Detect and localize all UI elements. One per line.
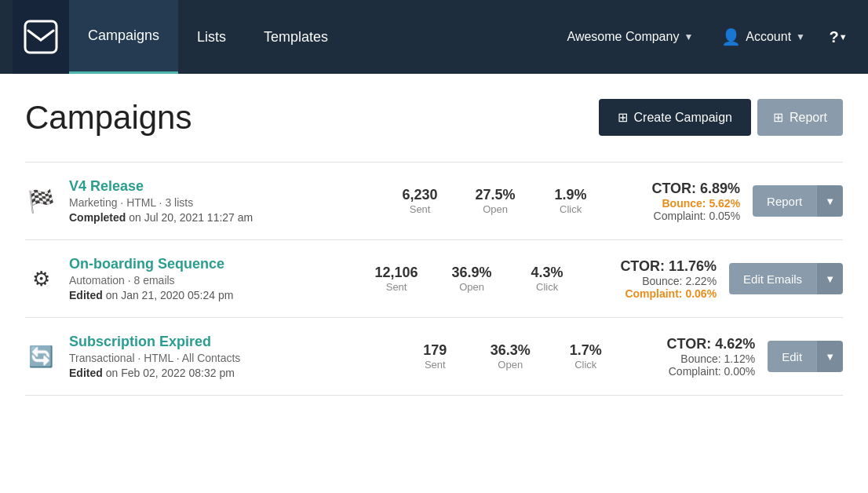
main-content: Campaigns ⊞ Create Campaign ⊞ Report 🏁 V… bbox=[0, 74, 868, 414]
header-actions: ⊞ Create Campaign ⊞ Report bbox=[599, 99, 843, 136]
campaign-name-1[interactable]: On-boarding Sequence bbox=[69, 256, 224, 272]
edit-emails-button-1[interactable]: Edit Emails bbox=[729, 263, 816, 294]
account-person-icon: 👤 bbox=[721, 27, 741, 46]
campaign-ctor-2: CTOR: 4.62% Bounce: 1.12% Complaint: 0.0… bbox=[629, 336, 755, 378]
open-label-2: Open bbox=[479, 359, 542, 371]
campaign-status-2: Edited on Feb 02, 2022 08:32 pm bbox=[69, 367, 391, 379]
campaign-name-2[interactable]: Subscription Expired bbox=[69, 334, 211, 349]
complaint-value-0: Complaint: 0.05% bbox=[615, 210, 740, 222]
click-label-2: Click bbox=[554, 359, 617, 371]
action-btn-wrap-1: Edit Emails ▼ bbox=[729, 263, 843, 294]
campaign-info-0: V4 Release Marketing · HTML · 3 lists Co… bbox=[69, 178, 376, 224]
stat-open-2: 36.3% Open bbox=[479, 342, 542, 371]
help-icon: ? bbox=[829, 28, 838, 46]
company-caret-icon: ▼ bbox=[684, 31, 693, 42]
sent-value-0: 6,230 bbox=[388, 187, 451, 203]
status-date-2: on Feb 02, 2022 08:32 pm bbox=[106, 367, 235, 379]
stat-click-0: 1.9% Click bbox=[539, 187, 602, 215]
account-caret-icon: ▼ bbox=[796, 31, 805, 42]
create-campaign-label: Create Campaign bbox=[634, 111, 732, 125]
account-dropdown[interactable]: 👤 Account ▼ bbox=[709, 0, 818, 74]
edit-button-2[interactable]: Edit bbox=[768, 341, 816, 372]
open-value-2: 36.3% bbox=[479, 342, 542, 359]
sent-label-0: Sent bbox=[388, 203, 451, 215]
campaign-icon-refresh: 🔄 bbox=[25, 345, 57, 369]
campaign-ctor-1: CTOR: 11.76% Bounce: 2.22% Complaint: 0.… bbox=[591, 258, 717, 300]
click-label-0: Click bbox=[539, 203, 602, 215]
ctor-value-1: CTOR: 11.76% bbox=[591, 258, 717, 275]
click-value-2: 1.7% bbox=[554, 342, 617, 359]
open-label-0: Open bbox=[464, 203, 527, 215]
stat-click-1: 4.3% Click bbox=[516, 265, 578, 293]
plus-icon: ⊞ bbox=[618, 110, 628, 125]
report-caret-0[interactable]: ▼ bbox=[816, 185, 843, 217]
edit-emails-caret-1[interactable]: ▼ bbox=[816, 263, 843, 294]
page-title: Campaigns bbox=[25, 99, 191, 137]
help-caret-icon: ▼ bbox=[839, 32, 848, 42]
stat-sent-1: 12,106 Sent bbox=[365, 265, 428, 293]
report-grid-icon: ⊞ bbox=[773, 110, 783, 125]
action-btn-wrap-0: Report ▼ bbox=[753, 185, 843, 217]
campaign-info-2: Subscription Expired Transactional · HTM… bbox=[69, 334, 391, 379]
svg-rect-0 bbox=[25, 21, 57, 53]
flag-icon: 🏁 bbox=[27, 188, 55, 214]
campaign-info-1: On-boarding Sequence Automation · 8 emai… bbox=[69, 256, 352, 301]
campaign-icon-gear: ⚙ bbox=[25, 267, 57, 291]
stat-open-1: 36.9% Open bbox=[440, 265, 503, 293]
ctor-value-0: CTOR: 6.89% bbox=[615, 181, 740, 197]
status-label-1: Edited bbox=[69, 289, 103, 301]
stat-sent-0: 6,230 Sent bbox=[388, 187, 451, 215]
nav-item-campaigns[interactable]: Campaigns bbox=[69, 0, 178, 74]
logo[interactable] bbox=[13, 0, 69, 74]
click-label-1: Click bbox=[516, 281, 578, 293]
click-value-1: 4.3% bbox=[516, 265, 578, 281]
sent-value-2: 179 bbox=[403, 342, 466, 359]
stat-open-0: 27.5% Open bbox=[464, 187, 527, 215]
report-button-0[interactable]: Report bbox=[753, 185, 816, 217]
report-header-label: Report bbox=[790, 111, 827, 125]
bounce-value-0: Bounce: 5.62% bbox=[615, 197, 740, 210]
complaint-value-2: Complaint: 0.00% bbox=[629, 365, 755, 378]
sent-value-1: 12,106 bbox=[365, 265, 428, 281]
table-row: ⚙ On-boarding Sequence Automation · 8 em… bbox=[25, 240, 843, 318]
create-campaign-button[interactable]: ⊞ Create Campaign bbox=[599, 99, 751, 136]
open-value-0: 27.5% bbox=[464, 187, 527, 203]
table-row: 🔄 Subscription Expired Transactional · H… bbox=[25, 318, 843, 396]
click-value-0: 1.9% bbox=[539, 187, 602, 203]
sent-label-2: Sent bbox=[403, 359, 466, 371]
sent-label-1: Sent bbox=[365, 281, 428, 293]
edit-caret-2[interactable]: ▼ bbox=[816, 341, 843, 372]
page-header: Campaigns ⊞ Create Campaign ⊞ Report bbox=[25, 99, 843, 137]
stat-click-2: 1.7% Click bbox=[554, 342, 617, 371]
gear-icon: ⚙ bbox=[32, 267, 50, 291]
stat-sent-2: 179 Sent bbox=[403, 342, 466, 371]
status-date-0: on Jul 20, 2021 11:27 am bbox=[129, 211, 253, 224]
campaign-icon-flag: 🏁 bbox=[25, 188, 57, 214]
complaint-value-1: Complaint: 0.06% bbox=[591, 287, 717, 300]
refresh-icon: 🔄 bbox=[28, 345, 53, 369]
status-date-1: on Jan 21, 2020 05:24 pm bbox=[106, 289, 234, 301]
campaign-list: 🏁 V4 Release Marketing · HTML · 3 lists … bbox=[25, 162, 843, 396]
status-label-2: Edited bbox=[69, 367, 103, 379]
account-label: Account bbox=[746, 30, 791, 44]
table-row: 🏁 V4 Release Marketing · HTML · 3 lists … bbox=[25, 163, 843, 240]
campaign-meta-1: Automation · 8 emails bbox=[69, 274, 352, 287]
open-value-1: 36.9% bbox=[440, 265, 503, 281]
ctor-value-2: CTOR: 4.62% bbox=[629, 336, 755, 352]
bounce-value-1: Bounce: 2.22% bbox=[591, 275, 717, 287]
campaign-meta-0: Marketing · HTML · 3 lists bbox=[69, 196, 376, 209]
help-dropdown[interactable]: ? ▼ bbox=[821, 0, 855, 74]
report-header-button[interactable]: ⊞ Report bbox=[757, 99, 843, 136]
nav-right: Awesome Company ▼ 👤 Account ▼ ? ▼ bbox=[555, 0, 855, 74]
navbar: Campaigns Lists Templates Awesome Compan… bbox=[0, 0, 868, 74]
nav-items: Campaigns Lists Templates bbox=[69, 0, 555, 74]
open-label-1: Open bbox=[440, 281, 503, 293]
campaign-name-0[interactable]: V4 Release bbox=[69, 178, 144, 194]
campaign-ctor-0: CTOR: 6.89% Bounce: 5.62% Complaint: 0.0… bbox=[615, 181, 740, 222]
nav-item-templates[interactable]: Templates bbox=[245, 0, 347, 74]
status-label-0: Completed bbox=[69, 211, 126, 224]
action-btn-wrap-2: Edit ▼ bbox=[768, 341, 843, 372]
campaign-status-0: Completed on Jul 20, 2021 11:27 am bbox=[69, 211, 376, 224]
company-dropdown[interactable]: Awesome Company ▼ bbox=[555, 0, 706, 74]
nav-item-lists[interactable]: Lists bbox=[178, 0, 245, 74]
